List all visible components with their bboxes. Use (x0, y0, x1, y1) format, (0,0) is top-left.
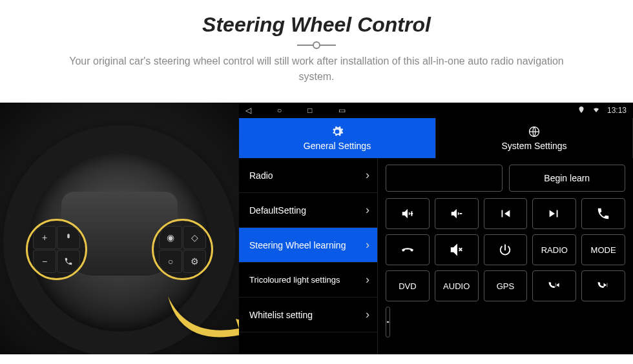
menu-item-tricoloured-light[interactable]: Tricoloured light settings› (239, 263, 377, 298)
wheel-minus-icon: − (33, 250, 56, 273)
dvd-button[interactable]: DVD (386, 270, 430, 301)
prev-button[interactable] (484, 198, 528, 229)
tab-system-settings[interactable]: System Settings (436, 118, 633, 158)
audio-button[interactable]: AUDIO (435, 270, 479, 301)
vol-down-button[interactable] (435, 198, 479, 229)
wheel-circle-icon: ○ (159, 250, 182, 273)
car-button[interactable] (386, 307, 390, 338)
nav-apps-icon[interactable]: ▭ (338, 106, 346, 115)
nav-home-icon[interactable]: ○ (277, 106, 282, 115)
wheel-plus-icon: + (33, 226, 56, 249)
page-title: Steering Wheel Control (0, 13, 633, 37)
clock-time: 13:13 (607, 106, 627, 115)
head-unit-screen: ◁ ○ □ ▭ 13:13 General Settings System Se… (239, 103, 633, 354)
chevron-right-icon: › (366, 168, 369, 182)
svg-point-0 (336, 130, 339, 134)
phone-button[interactable] (581, 198, 625, 229)
phone-prev-button[interactable] (532, 270, 576, 301)
nav-back-icon[interactable]: ◁ (245, 106, 251, 115)
next-button[interactable] (532, 198, 576, 229)
wheel-phone-icon (57, 250, 80, 273)
menu-item-radio[interactable]: Radio› (239, 158, 377, 193)
wheel-gear-icon: ⚙ (183, 250, 206, 273)
begin-learn-button[interactable]: Begin learn (509, 165, 626, 192)
wifi-icon (592, 106, 601, 116)
mute-button[interactable] (435, 234, 479, 265)
tab-general-settings[interactable]: General Settings (239, 118, 436, 158)
menu-item-default-setting[interactable]: DefaultSetting› (239, 193, 377, 228)
wheel-left-controls: + − (26, 219, 87, 280)
steering-wheel-image: + − ◉ ◇ ○ ⚙ (0, 103, 239, 354)
pointer-arrow-icon (161, 290, 239, 350)
android-statusbar: ◁ ○ □ ▭ 13:13 (239, 103, 633, 118)
tab-label: System Settings (501, 141, 566, 151)
chevron-right-icon: › (366, 238, 369, 252)
menu-item-whitelist[interactable]: Whitelist setting› (239, 298, 377, 332)
chevron-right-icon: › (366, 273, 369, 287)
radio-button[interactable]: RADIO (532, 234, 576, 265)
page-subtitle: Your original car's steering wheel contr… (52, 54, 581, 85)
hangup-button[interactable] (386, 234, 430, 265)
learning-panel: Begin learn RADIOMODEDVDAUDIOGPS (378, 158, 633, 354)
menu-item-steering-wheel-learning[interactable]: Steering Wheel learning› (239, 228, 377, 263)
wheel-right-controls: ◉ ◇ ○ ⚙ (152, 219, 213, 280)
tab-label: General Settings (304, 141, 371, 151)
phone-next-button[interactable] (581, 270, 625, 301)
wheel-disc-icon: ◉ (159, 226, 182, 249)
chevron-right-icon: › (366, 308, 369, 321)
power-button[interactable] (484, 234, 528, 265)
title-divider (297, 45, 336, 46)
settings-menu: Radio› DefaultSetting› Steering Wheel le… (239, 158, 378, 354)
learn-display-slot (386, 165, 503, 192)
gear-icon (331, 125, 344, 138)
nav-recent-icon[interactable]: □ (307, 106, 312, 115)
location-icon (577, 106, 585, 116)
globe-icon (528, 125, 541, 138)
mode-button[interactable]: MODE (581, 234, 625, 265)
gps-button[interactable]: GPS (484, 270, 528, 301)
chevron-right-icon: › (366, 203, 369, 217)
wheel-diamond-icon: ◇ (183, 226, 206, 249)
wheel-voice-icon (57, 226, 80, 249)
vol-up-button[interactable] (386, 198, 430, 229)
